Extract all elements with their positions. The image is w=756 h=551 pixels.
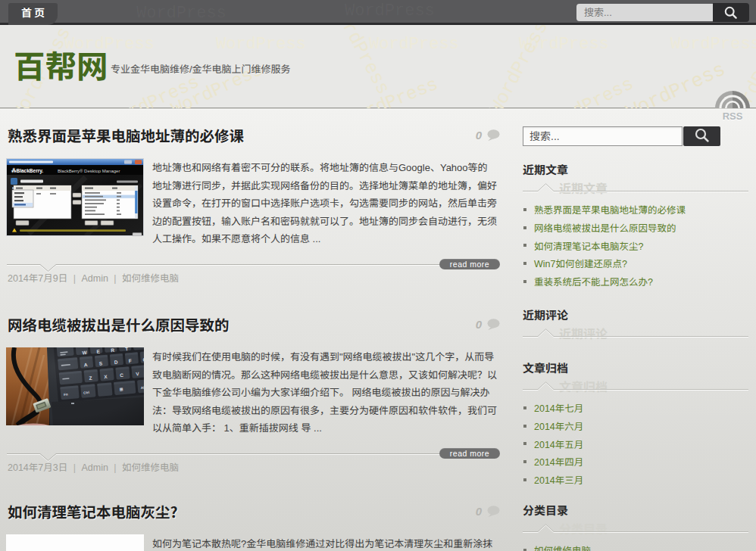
recent-post-link[interactable]: 如何清理笔记本电脑灰尘? bbox=[534, 238, 643, 253]
nav-home-label: 首页 bbox=[21, 7, 47, 19]
widget-title: 分类目录 bbox=[523, 504, 748, 516]
wordpress-watermark-word: WordPress bbox=[216, 35, 306, 54]
widget-divider bbox=[523, 183, 748, 193]
wordpress-watermark-word: WordPress bbox=[519, 35, 609, 54]
post-excerpt: 地址簿也和网络有着密不可分的联系。将地址簿的信息与Google、Yahoo等的地… bbox=[152, 159, 497, 248]
rss-label[interactable]: RSS bbox=[715, 111, 750, 122]
list-item: 2014年五月 bbox=[523, 434, 748, 453]
post-thumbnail[interactable]: WERT ASDFG ZXCV FnCtrl⊞Alt bbox=[6, 347, 144, 425]
comment-count: 0 bbox=[476, 506, 482, 517]
bullet-icon bbox=[523, 226, 526, 229]
laptop-keyboard-photo: WERT ASDFG ZXCV FnCtrl⊞Alt bbox=[6, 347, 144, 425]
recent-post-link[interactable]: 熟悉界面是苹果电脑地址薄的必修课 bbox=[534, 202, 686, 216]
meta-separator: | bbox=[73, 462, 76, 473]
topbar: WordPress WordPress 首页 bbox=[0, 0, 756, 25]
post-article: 如何清理笔记本电脑灰尘? 0 如何为笔记本散热呢?金华电脑维修通过对比得出为笔记… bbox=[8, 503, 500, 521]
site-header: WordPress WordPress WordPress WordPress … bbox=[0, 25, 756, 108]
magnifier-icon bbox=[723, 5, 739, 20]
bullet-icon bbox=[523, 280, 526, 283]
wordpress-watermark-word: WordPress bbox=[623, 58, 729, 108]
list-item: 如何清理笔记本电脑灰尘? bbox=[523, 236, 748, 254]
bullet-icon bbox=[523, 406, 526, 409]
archive-link[interactable]: 2014年五月 bbox=[534, 437, 583, 451]
magnifier-icon bbox=[694, 127, 711, 144]
post-date: 2014年7月3日 bbox=[8, 462, 67, 473]
post-thumbnail[interactable] bbox=[6, 534, 144, 551]
post-author[interactable]: Admin bbox=[81, 462, 108, 473]
post-category[interactable]: 如何维修电脑 bbox=[122, 462, 179, 473]
post-meta: 2014年7月9日 | Admin | 如何维修电脑 bbox=[8, 270, 179, 285]
bullet-icon bbox=[523, 442, 526, 445]
content-area: 熟悉界面是苹果电脑地址薄的必修课 0 bbox=[0, 109, 756, 551]
recent-post-link[interactable]: Win7如何创建还原点? bbox=[534, 256, 627, 270]
bullet-icon bbox=[523, 244, 526, 247]
post-comments-link[interactable]: 0 bbox=[476, 319, 500, 331]
meta-separator: | bbox=[114, 462, 116, 473]
widget-categories: 分类目录 分类目录 如何维修电脑 bbox=[523, 504, 748, 516]
post-comments-link[interactable]: 0 bbox=[476, 129, 500, 142]
sidebar-search-button[interactable] bbox=[683, 126, 720, 146]
list-item: 2014年六月 bbox=[523, 417, 748, 435]
post-title[interactable]: 网络电缆被拔出是什么原因导致的 bbox=[8, 316, 230, 333]
list-item: Win7如何创建还原点? bbox=[523, 254, 748, 272]
comment-count: 0 bbox=[476, 129, 482, 141]
recent-post-link[interactable]: 重装系统后不能上网怎么办? bbox=[534, 274, 653, 288]
topbar-search-button[interactable] bbox=[713, 3, 749, 22]
recent-post-link[interactable]: 网络电缆被拔出是什么原因导致的 bbox=[534, 220, 676, 235]
site-tagline: 专业金华电脑维修/金华电脑上门维修服务 bbox=[111, 61, 291, 76]
topbar-search-input[interactable] bbox=[576, 4, 713, 21]
site-title[interactable]: 百帮网 bbox=[14, 49, 108, 81]
widget-title: 近期文章 bbox=[523, 163, 748, 176]
post-excerpt: 有时候我们在使用电脑的时候，有没有遇到"网络电缆被拔出"这几个字，从而导致电脑断… bbox=[152, 348, 497, 437]
post-article: 熟悉界面是苹果电脑地址薄的必修课 0 bbox=[8, 127, 500, 145]
post-author[interactable]: Admin bbox=[81, 273, 108, 284]
list-item: 网络电缆被拔出是什么原因导致的 bbox=[523, 219, 748, 237]
category-link[interactable]: 如何维修电脑 bbox=[534, 543, 591, 551]
archive-link[interactable]: 2014年七月 bbox=[534, 400, 583, 415]
post-meta: 2014年7月3日 | Admin | 如何维修电脑 bbox=[8, 459, 179, 474]
post-title[interactable]: 熟悉界面是苹果电脑地址薄的必修课 bbox=[8, 127, 244, 144]
sidebar: 近期文章 近期文章 熟悉界面是苹果电脑地址薄的必修课 网络电缆被拔出是什么原因导… bbox=[523, 110, 748, 551]
meta-separator: | bbox=[114, 273, 116, 284]
widget-recent-posts: 近期文章 近期文章 熟悉界面是苹果电脑地址薄的必修课 网络电缆被拔出是什么原因导… bbox=[523, 163, 748, 176]
post-category[interactable]: 如何维修电脑 bbox=[122, 273, 179, 284]
widget-recent-comments: 近期评论 近期评论 bbox=[523, 309, 748, 321]
post-comments-link[interactable]: 0 bbox=[476, 506, 500, 518]
bullet-icon bbox=[523, 208, 526, 211]
widget-title: 文章归档 bbox=[523, 362, 748, 374]
archive-link[interactable]: 2014年三月 bbox=[534, 472, 583, 487]
svg-text:⁂BlackBerry.: ⁂BlackBerry. bbox=[11, 167, 43, 174]
svg-text:BlackBerry® Desktop Manager: BlackBerry® Desktop Manager bbox=[58, 169, 120, 173]
bullet-icon bbox=[523, 478, 526, 481]
bullet-icon bbox=[523, 460, 526, 463]
wordpress-watermark-word: WordPress bbox=[540, 73, 637, 108]
bullet-icon bbox=[523, 425, 526, 428]
comment-bubble-icon bbox=[487, 319, 500, 331]
post-date: 2014年7月9日 bbox=[8, 273, 67, 284]
widget-archives: 文章归档 文章归档 2014年七月 2014年六月 2014年五月 2014年四… bbox=[523, 362, 748, 374]
wordpress-watermark-word: WordPress bbox=[136, 4, 226, 23]
widget-title: 近期评论 bbox=[523, 309, 748, 321]
archive-link[interactable]: 2014年四月 bbox=[534, 454, 583, 469]
sidebar-search-form bbox=[523, 126, 720, 146]
widget-divider bbox=[523, 524, 748, 534]
post-thumbnail[interactable]: ⁂BlackBerry. BlackBerry® Desktop Manager bbox=[6, 158, 144, 236]
read-more-button[interactable]: read more bbox=[439, 259, 500, 269]
list-item: 重装系统后不能上网怎么办? bbox=[523, 272, 748, 291]
sidebar-search-input[interactable] bbox=[523, 126, 683, 146]
list-item: 2014年三月 bbox=[523, 471, 748, 489]
list-item: 熟悉界面是苹果电脑地址薄的必修课 bbox=[523, 201, 748, 219]
archive-link[interactable]: 2014年六月 bbox=[534, 419, 583, 433]
wordpress-watermark-word: WordPress bbox=[345, 2, 435, 20]
nav-home-tab[interactable]: 首页 bbox=[8, 3, 58, 25]
post-title[interactable]: 如何清理笔记本电脑灰尘? bbox=[8, 503, 178, 520]
read-more-button[interactable]: read more bbox=[439, 448, 500, 459]
bullet-icon bbox=[523, 262, 526, 265]
blackberry-desktop-manager-screenshot: ⁂BlackBerry. BlackBerry® Desktop Manager bbox=[6, 158, 144, 236]
list-item: 如何维修电脑 bbox=[523, 541, 748, 551]
meta-separator: | bbox=[73, 273, 76, 284]
main-column: 熟悉界面是苹果电脑地址薄的必修课 0 bbox=[8, 110, 500, 551]
wordpress-watermark-word: WordPress bbox=[326, 25, 394, 98]
rss-icon[interactable] bbox=[715, 91, 750, 108]
post-excerpt: 如何为笔记本散热呢?金华电脑维修通过对比得出为笔记本清理灰尘和重新涂抹 bbox=[152, 535, 497, 551]
